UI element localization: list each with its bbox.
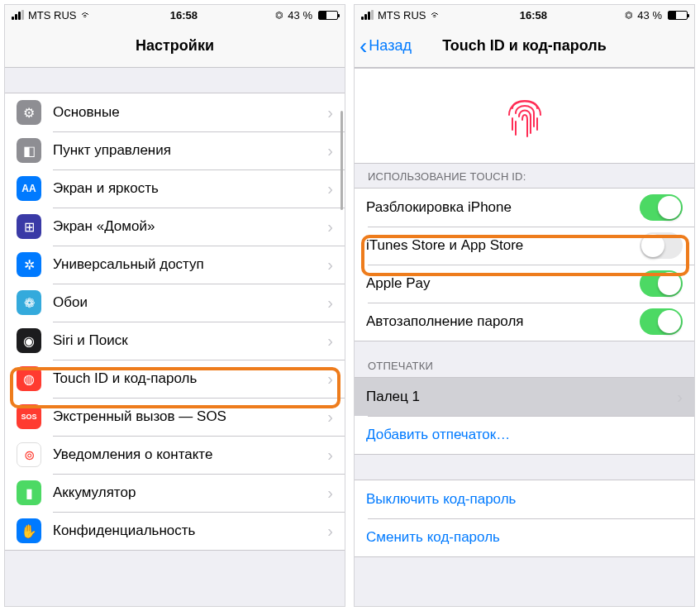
settings-row-0[interactable]: ⚙Основные› bbox=[5, 93, 345, 131]
settings-list-scroll[interactable]: ⚙Основные›◧Пункт управления›AAЭкран и яр… bbox=[5, 68, 345, 606]
settings-row-label: Аккумулятор bbox=[53, 485, 327, 501]
settings-row-label: Siri и Поиск bbox=[53, 332, 327, 349]
carrier-label: MTS RUS bbox=[28, 9, 77, 21]
settings-row-9[interactable]: ⊚Уведомления о контакте› bbox=[5, 436, 345, 474]
chevron-right-icon: › bbox=[327, 370, 333, 389]
toggle-row-label: iTunes Store и App Store bbox=[366, 237, 640, 254]
toggle-row-label: Apple Pay bbox=[366, 275, 640, 292]
settings-row-icon: ✲ bbox=[17, 252, 41, 277]
touchid-content[interactable]: ИСПОЛЬЗОВАНИЕ TOUCH ID: Разблокировка iP… bbox=[355, 68, 694, 606]
settings-row-4[interactable]: ✲Универсальный доступ› bbox=[5, 246, 345, 284]
settings-row-label: Экран и яркость bbox=[53, 180, 327, 197]
settings-row-icon: ⊚ bbox=[17, 442, 41, 467]
disable-passcode-button[interactable]: Выключить код-пароль bbox=[355, 480, 694, 518]
settings-row-label: Пункт управления bbox=[53, 142, 327, 159]
chevron-right-icon: › bbox=[327, 408, 333, 427]
settings-row-icon: ⊞ bbox=[17, 214, 41, 239]
page-title: Touch ID и код-пароль bbox=[442, 37, 607, 55]
settings-screen: MTS RUS ᯤ 16:58 ⏣ 43 % Настройки ⚙Основн… bbox=[4, 4, 345, 607]
settings-row-icon: SOS bbox=[17, 404, 41, 429]
back-label: Назад bbox=[369, 37, 412, 55]
settings-row-8[interactable]: SOSЭкстренный вызов — SOS› bbox=[5, 398, 345, 436]
toggle-row-1: iTunes Store и App Store bbox=[355, 227, 694, 265]
change-passcode-label: Сменить код-пароль bbox=[366, 529, 683, 546]
group-header-prints: ОТПЕЧАТКИ bbox=[355, 341, 694, 377]
add-fingerprint-button[interactable]: Добавить отпечаток… bbox=[355, 416, 694, 454]
settings-row-icon: AA bbox=[17, 176, 41, 201]
back-button[interactable]: ‹ Назад bbox=[360, 25, 412, 67]
add-fingerprint-label: Добавить отпечаток… bbox=[366, 427, 683, 443]
settings-row-3[interactable]: ⊞Экран «Домой»› bbox=[5, 208, 345, 246]
settings-row-label: Обои bbox=[53, 294, 327, 311]
toggle-row-label: Разблокировка iPhone bbox=[366, 199, 640, 216]
settings-row-10[interactable]: ▮Аккумулятор› bbox=[5, 474, 345, 512]
settings-row-label: Touch ID и код-пароль bbox=[53, 370, 327, 387]
settings-row-icon: ◧ bbox=[17, 138, 41, 163]
settings-row-11[interactable]: ✋Конфиденциальность› bbox=[5, 512, 345, 550]
carrier-label: MTS RUS bbox=[378, 9, 426, 21]
wifi-icon: ᯤ bbox=[81, 8, 93, 21]
settings-row-label: Экран «Домой» bbox=[53, 218, 327, 235]
change-passcode-button[interactable]: Сменить код-пароль bbox=[355, 518, 694, 556]
toggle-row-0: Разблокировка iPhone bbox=[355, 189, 694, 227]
toggle-switch[interactable] bbox=[640, 194, 683, 221]
settings-row-icon: ◉ bbox=[17, 328, 41, 353]
toggle-row-label: Автозаполнение пароля bbox=[366, 313, 640, 330]
group-header-usage: ИСПОЛЬЗОВАНИЕ TOUCH ID: bbox=[355, 164, 694, 188]
wifi-icon: ᯤ bbox=[431, 8, 442, 21]
settings-row-label: Уведомления о контакте bbox=[53, 446, 327, 463]
battery-pct-label: 43 % bbox=[637, 9, 662, 21]
toggle-switch[interactable] bbox=[640, 308, 683, 335]
settings-row-label: Универсальный доступ bbox=[53, 256, 327, 273]
battery-icon bbox=[668, 11, 688, 20]
toggle-switch[interactable] bbox=[640, 270, 683, 297]
fingerprints-list: Палец 1 › Добавить отпечаток… bbox=[355, 377, 694, 455]
settings-row-icon: ✋ bbox=[17, 518, 41, 543]
toggle-row-2: Apple Pay bbox=[355, 265, 694, 303]
settings-list: ⚙Основные›◧Пункт управления›AAЭкран и яр… bbox=[5, 93, 345, 551]
orientation-lock-icon: ⏣ bbox=[275, 10, 283, 21]
passcode-actions-list: Выключить код-пароль Сменить код-пароль bbox=[355, 480, 694, 557]
signal-icon bbox=[12, 10, 24, 20]
settings-row-1[interactable]: ◧Пункт управления› bbox=[5, 131, 345, 169]
chevron-right-icon: › bbox=[327, 522, 333, 541]
status-bar: MTS RUS ᯤ 16:58 ⏣ 43 % bbox=[355, 5, 694, 25]
fingerprint-row[interactable]: Палец 1 › bbox=[355, 378, 694, 416]
orientation-lock-icon: ⏣ bbox=[625, 10, 633, 21]
settings-row-icon: ◍ bbox=[17, 366, 41, 391]
chevron-right-icon: › bbox=[327, 217, 333, 236]
chevron-right-icon: › bbox=[327, 141, 333, 160]
toggle-switch[interactable] bbox=[640, 232, 683, 259]
clock-label: 16:58 bbox=[520, 9, 547, 21]
chevron-right-icon: › bbox=[327, 294, 333, 313]
chevron-right-icon: › bbox=[327, 179, 333, 198]
toggle-row-3: Автозаполнение пароля bbox=[355, 303, 694, 341]
settings-row-5[interactable]: ❁Обои› bbox=[5, 284, 345, 322]
chevron-right-icon: › bbox=[327, 484, 333, 503]
clock-label: 16:58 bbox=[170, 9, 198, 21]
touchid-usage-list: Разблокировка iPhoneiTunes Store и App S… bbox=[355, 188, 694, 341]
settings-row-2[interactable]: AAЭкран и яркость› bbox=[5, 169, 345, 208]
nav-bar: Настройки bbox=[5, 25, 345, 68]
settings-row-icon: ❁ bbox=[17, 290, 41, 315]
battery-icon bbox=[318, 11, 338, 20]
chevron-right-icon: › bbox=[327, 332, 333, 351]
scroll-indicator bbox=[340, 111, 343, 210]
settings-row-7[interactable]: ◍Touch ID и код-пароль› bbox=[5, 360, 345, 398]
chevron-right-icon: › bbox=[327, 255, 333, 274]
page-title: Настройки bbox=[136, 37, 214, 55]
fingerprint-icon bbox=[504, 93, 545, 139]
disable-passcode-label: Выключить код-пароль bbox=[366, 491, 683, 508]
nav-bar: ‹ Назад Touch ID и код-пароль bbox=[355, 25, 694, 68]
fingerprint-label: Палец 1 bbox=[366, 389, 677, 405]
settings-row-label: Основные bbox=[53, 104, 327, 121]
settings-row-6[interactable]: ◉Siri и Поиск› bbox=[5, 322, 345, 360]
battery-pct-label: 43 % bbox=[288, 9, 312, 21]
status-bar: MTS RUS ᯤ 16:58 ⏣ 43 % bbox=[5, 5, 345, 25]
settings-row-label: Экстренный вызов — SOS bbox=[53, 408, 327, 425]
touchid-screen: MTS RUS ᯤ 16:58 ⏣ 43 % ‹ Назад Touch ID … bbox=[354, 4, 695, 607]
chevron-right-icon: › bbox=[677, 388, 683, 407]
settings-row-icon: ⚙ bbox=[17, 100, 41, 125]
signal-icon bbox=[361, 10, 374, 20]
fingerprint-hero bbox=[355, 68, 694, 164]
